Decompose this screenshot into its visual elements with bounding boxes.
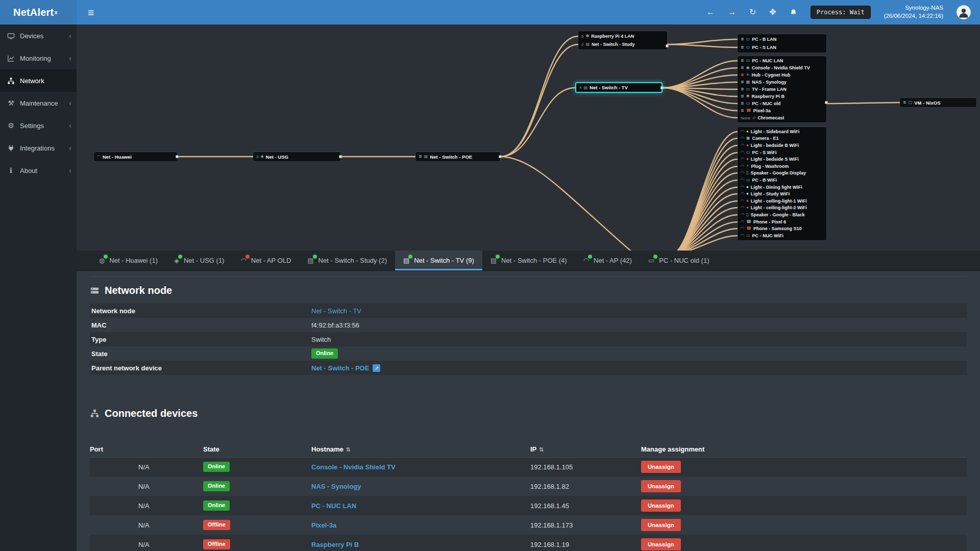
- device-link[interactable]: NAS - Synology: [311, 483, 361, 490]
- tree-node-net-switch-poe[interactable]: ≣ ▤ Net - Switch - POE: [415, 152, 500, 161]
- device-link[interactable]: PC - NUC LAN: [311, 502, 356, 510]
- hub-icon: ✳: [746, 73, 750, 77]
- port-cell: N/A: [90, 496, 203, 515]
- process-status-button[interactable]: Process: Wait: [811, 6, 871, 19]
- tab-net-huawei[interactable]: ◍ Net - Huawei (1): [91, 251, 166, 270]
- device-link[interactable]: Pixel-3a: [311, 521, 336, 529]
- sidebar-nav: Devices ‹ Monitoring ‹ Network ⚒ Mainten…: [0, 24, 77, 551]
- tab-net-switch-tv-active[interactable]: ▤ Net - Switch - TV (9): [395, 251, 482, 270]
- tree-node-pc-nuc-old[interactable]: ≣ ▭ PC - NUC old: [738, 100, 826, 107]
- hamburger-menu-icon[interactable]: ≡: [88, 7, 94, 18]
- tab-net-ap[interactable]: ◠ Net - AP (42): [575, 251, 640, 270]
- sidebar-item-network[interactable]: Network: [0, 69, 77, 92]
- tree-node-raspberry-pi4-lan[interactable]: 5 ✽ Raspberry Pi 4 LAN: [578, 32, 667, 40]
- sort-icon[interactable]: ⇅: [539, 446, 544, 453]
- tree-node-light-bedside-b-wifi[interactable]: ◠ ● Light - bedside B WiFi: [738, 142, 826, 149]
- refresh-icon[interactable]: ↻: [749, 8, 756, 16]
- unassign-button[interactable]: Unassign: [641, 519, 681, 531]
- tree-node-light-study-wifi[interactable]: ◠ ● Light - Study WiFi: [738, 190, 826, 197]
- tree-node-pc-nuc-lan[interactable]: ≣ ▭ PC - NUC LAN: [738, 57, 826, 64]
- tree-node-light-dining-wifi[interactable]: ◠ ● Light - Dining light WiFi: [738, 184, 826, 191]
- unassign-button[interactable]: Unassign: [641, 499, 681, 512]
- tree-node-label: Net - Switch - POE: [430, 154, 472, 160]
- wifi-icon: ◠: [741, 199, 744, 203]
- tree-node-pc-s-lan[interactable]: ≣ ▭ PC - S LAN: [738, 43, 826, 52]
- sidebar-item-integrations[interactable]: Integrations ‹: [0, 137, 77, 159]
- user-avatar[interactable]: [957, 5, 971, 19]
- collapse-handle[interactable]: [666, 44, 669, 47]
- tab-net-switch-study[interactable]: ▤ Net - Switch - Study (2): [299, 251, 395, 270]
- move-icon[interactable]: ✥: [769, 8, 776, 16]
- external-link-icon[interactable]: ↗: [373, 364, 380, 372]
- tree-node-chromecast[interactable]: None ▱ Chromecast: [738, 114, 826, 121]
- tree-node-speaker-google-black[interactable]: ◠ ▯ Speaker - Google - Black: [738, 211, 826, 218]
- tree-node-hub-cygnet[interactable]: ≣ ✳ Hub - Cygnet Hub: [738, 71, 826, 79]
- tree-node-net-switch-tv-selected[interactable]: 4 ▤ Net - Switch - TV: [575, 82, 663, 93]
- tree-node-raspberry-pi-b[interactable]: ≣ ✽ Raspberry Pi B: [738, 93, 826, 100]
- sort-icon[interactable]: ⇅: [346, 446, 351, 453]
- column-header-manage: Manage assignment: [641, 442, 967, 457]
- switch-icon: ▤: [403, 257, 409, 264]
- tree-node-camera-e1[interactable]: ◠ ▣ Camera - E1: [738, 135, 826, 142]
- collapse-handle[interactable]: [825, 101, 828, 104]
- sidebar-item-maintenance[interactable]: ⚒ Maintenance ‹: [0, 92, 77, 114]
- tree-node-phone-samsung-s10[interactable]: ◠ ☎ Phone - Samsung S10: [738, 225, 826, 232]
- tree-node-pc-b-wifi[interactable]: ◠ ▭ PC - B WiFi: [738, 177, 826, 184]
- sidebar-item-settings[interactable]: ⚙ Settings ‹: [0, 114, 77, 137]
- tab-net-ap-old[interactable]: ◠ Net - AP OLD: [232, 251, 299, 270]
- sidebar-item-devices[interactable]: Devices ‹: [0, 24, 77, 47]
- device-link[interactable]: Raspberry Pi B: [311, 541, 359, 548]
- tree-node-label: Raspberry Pi B: [751, 94, 785, 99]
- tree-node-plug-washroom[interactable]: ◠ ⚡ Plug - Washroom: [738, 163, 826, 170]
- tree-node-light-ceiling-2-wifi[interactable]: ◠ ● Light - ceiling-light-2 WiFi: [738, 205, 826, 212]
- unassign-button[interactable]: Unassign: [641, 480, 681, 492]
- tree-node-phone-pixel-6[interactable]: ◠ ☎ Phone - Pixel 6: [738, 218, 826, 226]
- tree-node-pc-nuc-wifi[interactable]: ◠ ▭ PC - NUC WiFi: [738, 232, 826, 239]
- column-header-hostname[interactable]: Hostname⇅: [311, 442, 530, 457]
- network-node-link[interactable]: Net - Switch - TV: [311, 307, 361, 315]
- tree-node-pixel-3a[interactable]: ≣ ☎ Pixel-3a: [738, 107, 826, 114]
- property-label: State: [90, 350, 311, 358]
- ethernet-icon: ≣: [419, 155, 422, 159]
- device-link[interactable]: Console - Nvidia Shield TV: [311, 463, 396, 471]
- tree-node-speaker-google-display[interactable]: ◠ ▯ Speaker - Google Display: [738, 170, 826, 177]
- tab-pc-nuc-old[interactable]: ▭ PC - NUC old (1): [640, 251, 718, 270]
- port-label: 5: [581, 34, 583, 39]
- tree-node-pc-b-lan[interactable]: ≣ ▭ PC - B LAN: [738, 35, 826, 43]
- column-header-ip[interactable]: IP⇅: [530, 442, 641, 457]
- sidebar-item-label: Monitoring: [20, 55, 51, 62]
- wifi-icon: ◠: [741, 227, 744, 231]
- collapse-handle[interactable]: [499, 155, 502, 158]
- tree-node-nas-synology[interactable]: ≣ ▦ NAS - Synology: [738, 79, 826, 86]
- divider: [90, 276, 967, 277]
- phone-icon: ☎: [746, 220, 751, 224]
- tree-node-net-huawei[interactable]: ◠ Net - Huawei: [94, 152, 177, 161]
- collapse-handle[interactable]: [339, 155, 342, 158]
- tree-node-net-usg[interactable]: 3 ◈ Net - USG: [253, 152, 340, 161]
- tab-net-usg[interactable]: ◈ Net - USG (1): [166, 251, 232, 270]
- notifications-bell-icon[interactable]: [790, 9, 797, 16]
- parent-device-link[interactable]: Net - Switch - POE: [311, 364, 369, 372]
- tree-node-vm-nixos[interactable]: ≣ ▢ VM - NixOS: [900, 98, 976, 107]
- raspberry-icon: ✽: [585, 34, 589, 38]
- port-label: 2: [581, 42, 583, 47]
- forward-icon[interactable]: →: [728, 8, 736, 16]
- unassign-button[interactable]: Unassign: [641, 538, 681, 550]
- sidebar-item-monitoring[interactable]: Monitoring ‹: [0, 47, 77, 69]
- unassign-button[interactable]: Unassign: [641, 461, 681, 473]
- collapse-handle[interactable]: [660, 86, 664, 89]
- tree-node-tv-frame-lan[interactable]: ≣ ▭ TV - Frame LAN: [738, 86, 826, 93]
- tree-node-light-sideboard-wifi[interactable]: ◠ ● Light - Sideboard WiFi: [738, 128, 826, 135]
- chevron-left-icon: ‹: [69, 99, 71, 107]
- tree-node-net-switch-study[interactable]: 2 ▤ Net - Switch - Study: [578, 40, 667, 48]
- tree-node-light-bedside-s-wifi[interactable]: ◠ ● Light - bedside S WiFi: [738, 156, 826, 163]
- sidebar-item-about[interactable]: ℹ About ‹: [0, 159, 77, 182]
- status-dot-offline: [246, 255, 250, 259]
- app-logo[interactable]: NetAlertx: [0, 0, 77, 24]
- tree-node-console-nvidia-shield[interactable]: ≣ ◉ Console - Nvidia Shield TV: [738, 64, 826, 71]
- tab-net-switch-poe[interactable]: ▤ Net - Switch - POE (4): [482, 251, 575, 270]
- tree-node-pc-s-wifi[interactable]: ◠ ▭ PC - S WiFi: [738, 149, 826, 156]
- tree-node-light-ceiling-1-wifi[interactable]: ◠ ● Light - ceiling-light-1 WiFi: [738, 197, 826, 205]
- collapse-handle[interactable]: [176, 155, 179, 158]
- back-icon[interactable]: ←: [706, 8, 715, 16]
